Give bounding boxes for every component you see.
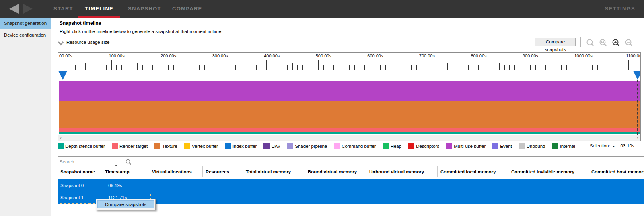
band-texture[interactable]	[59, 101, 640, 128]
sidebar-item-device-configuration[interactable]: Device configuration	[0, 29, 51, 41]
legend-item: Event	[492, 143, 512, 149]
ruler-tick	[235, 65, 236, 70]
legend-label: Command buffer	[342, 144, 376, 149]
column-header-resources[interactable]: Resources	[202, 166, 243, 177]
ruler-tick	[360, 65, 360, 70]
legend-swatch	[154, 143, 160, 149]
selection-marker-left[interactable]	[58, 71, 67, 80]
snapshot-name-cell: Snapshot 0	[60, 179, 84, 192]
scroll-left-icon[interactable]: ‹	[60, 135, 62, 141]
legend-item: Heap	[383, 143, 402, 149]
sidebar-item-snapshot-generation[interactable]: Snapshot generation	[0, 18, 51, 29]
ruler-tick	[432, 65, 432, 70]
legend-label: Index buffer	[232, 144, 257, 149]
column-header-snapshot-name[interactable]: Snapshot name	[58, 166, 102, 177]
selection-label: Selection:	[590, 143, 610, 148]
ruler-tick	[323, 65, 324, 70]
ruler-tick	[577, 60, 577, 70]
column-header-timestamp[interactable]: Timestamp	[102, 166, 149, 177]
ruler-tick	[199, 65, 200, 70]
legend-swatch	[408, 143, 414, 149]
ruler-tick	[132, 65, 132, 70]
ruler-tick	[111, 60, 112, 70]
tab-snapshot[interactable]: SNAPSHOT	[128, 0, 161, 18]
ruler-tick	[261, 65, 261, 70]
context-menu-item-compare-snapshots[interactable]: Compare snapshots	[97, 200, 154, 208]
tab-start[interactable]: START	[53, 0, 73, 18]
legend-swatch	[225, 143, 231, 149]
ruler-tick	[545, 65, 546, 70]
scroll-right-icon[interactable]: ›	[637, 135, 638, 141]
zoom-reset-icon[interactable]	[598, 38, 608, 48]
legend-swatch	[519, 143, 525, 149]
ruler-tick	[230, 65, 230, 70]
ruler-tick	[272, 65, 272, 70]
zoom-to-selection-icon[interactable]	[585, 38, 595, 48]
ruler-tick	[142, 65, 143, 70]
ruler-tick	[116, 65, 117, 70]
chevron-down-icon[interactable]	[58, 40, 64, 47]
legend-swatch	[334, 143, 340, 149]
back-arrow-icon[interactable]	[9, 4, 19, 14]
ruler-tick	[437, 65, 437, 70]
ruler-tick	[85, 63, 86, 70]
ruler-tick	[302, 65, 303, 70]
resource-legend: Depth stencil bufferRender targetTexture…	[58, 143, 575, 149]
ruler-tick	[613, 65, 613, 70]
band-render-target[interactable]	[59, 128, 640, 132]
resource-usage-size-label[interactable]: Resource usage size	[66, 40, 109, 45]
forward-arrow-icon[interactable]	[23, 4, 33, 14]
band-depth-stencil[interactable]	[59, 132, 640, 134]
tab-timeline[interactable]: TIMELINE	[85, 0, 113, 18]
column-header-unbound-virtual-memory[interactable]: Unbound virtual memory	[366, 166, 437, 177]
sidebar: Snapshot generation Device configuration	[0, 18, 51, 216]
column-header-committed-local-memory[interactable]: Committed local memory	[437, 166, 508, 177]
table-row[interactable]: Snapshot 009.19s	[58, 179, 644, 192]
band-multi-use-buffer[interactable]	[59, 81, 640, 101]
ruler-tick	[639, 65, 639, 70]
ruler-tick	[597, 65, 598, 70]
ruler-tick	[333, 65, 334, 70]
ruler-label: 500.00s	[316, 53, 331, 58]
legend-label: Heap	[391, 144, 402, 149]
tab-compare[interactable]: COMPARE	[172, 0, 202, 18]
legend-label: Depth stencil buffer	[65, 144, 105, 149]
zoom-in-icon[interactable]	[611, 38, 621, 48]
ruler-tick	[277, 65, 277, 70]
ruler-tick	[158, 65, 158, 70]
tab-settings[interactable]: SETTINGS	[605, 0, 635, 18]
ruler-tick	[556, 65, 556, 70]
ruler-tick	[634, 65, 634, 70]
ruler-tick	[173, 65, 174, 70]
legend-label: Unbound	[527, 144, 545, 149]
legend-item: Vertex buffer	[184, 143, 218, 149]
legend-item: Multi-use buffer	[446, 143, 486, 149]
ruler-tick	[364, 65, 365, 70]
ruler-tick	[292, 63, 293, 70]
ruler-label: 300.00s	[212, 53, 228, 58]
ruler-tick	[65, 65, 65, 70]
legend-item: Unbound	[519, 143, 545, 149]
compare-snapshots-button[interactable]: Compare snapshots	[535, 38, 576, 46]
column-header-virtual-allocations[interactable]: Virtual allocations	[149, 166, 202, 177]
column-header-committed-host-memory[interactable]: Committed host memory	[588, 166, 644, 177]
ruler-tick	[189, 63, 189, 70]
ruler-tick	[422, 60, 422, 70]
column-header-total-virtual-memory[interactable]: Total virtual memory	[243, 166, 305, 177]
column-header-committed-invisible-memory[interactable]: Committed invisible memory	[508, 166, 588, 177]
ruler-tick	[101, 65, 101, 70]
zoom-out-icon[interactable]	[624, 38, 634, 48]
ruler-tick	[385, 65, 386, 70]
ruler-tick	[349, 65, 350, 70]
column-header-bound-virtual-memory[interactable]: Bound virtual memory	[305, 166, 366, 177]
timeline-panel[interactable]: 00.00s100.00s200.00s300.00s400.00s500.00…	[58, 52, 641, 141]
ruler-tick	[204, 65, 205, 70]
ruler-tick	[106, 65, 107, 70]
ruler-tick	[329, 65, 329, 70]
legend-swatch	[263, 143, 270, 149]
ruler-tick	[494, 65, 494, 70]
ruler-tick	[148, 65, 148, 70]
legend-item: Texture	[154, 143, 177, 149]
timeline-horizontal-scrollbar[interactable]: ‹ ›	[58, 135, 640, 141]
selection-marker-right[interactable]	[633, 71, 641, 80]
